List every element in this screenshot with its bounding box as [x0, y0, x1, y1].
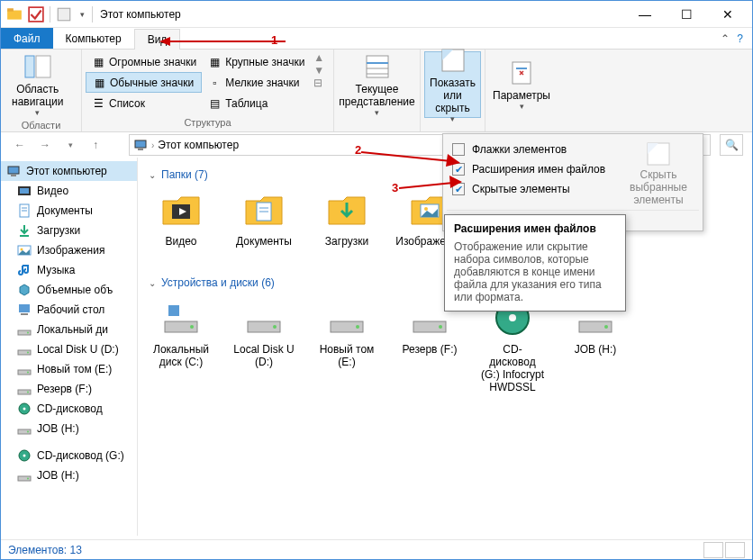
menubar: Файл Компьютер Вид ⌃?: [1, 28, 752, 50]
tab-view[interactable]: Вид: [134, 29, 181, 50]
checkbox-flags[interactable]: [452, 143, 465, 156]
qat-app-icon[interactable]: [5, 5, 24, 24]
tile-label: Резерв (F:): [403, 343, 458, 356]
sidebar-item-label: Новый том (E:): [37, 363, 112, 375]
dd-ext-row[interactable]: ✔ Расширения имен файлов: [447, 159, 618, 179]
layout-huge[interactable]: ▦Огромные значки: [86, 51, 202, 72]
svg-point-60: [439, 325, 442, 329]
svg-rect-19: [20, 188, 29, 194]
params-button[interactable]: Параметры ▾: [489, 51, 554, 118]
video-icon: [17, 184, 32, 198]
drive-icon: [17, 382, 32, 396]
tab-file[interactable]: Файл: [1, 28, 53, 49]
annotation-number-2: 2: [355, 143, 361, 157]
tile-label: Локальный диск (C:): [149, 343, 213, 368]
search-box[interactable]: 🔍: [720, 134, 743, 156]
qat-blank[interactable]: [54, 5, 74, 24]
statusbar: Элементов: 13: [1, 539, 752, 559]
sidebar-item[interactable]: Изображения: [1, 240, 137, 260]
maximize-button[interactable]: ☐: [666, 2, 707, 27]
folder-tile[interactable]: Видео: [149, 188, 213, 260]
sidebar-item-label: Изображения: [37, 244, 104, 257]
drive-tile[interactable]: Local Disk U (D:): [231, 296, 296, 393]
params-icon: [507, 59, 536, 87]
sidebar-item[interactable]: Новый том (E:): [1, 359, 137, 379]
dd-hide-selected[interactable]: Скрыть выбранные элементы: [618, 140, 699, 206]
nav-forward[interactable]: →: [35, 135, 55, 155]
music-icon: [17, 263, 32, 277]
close-button[interactable]: ✕: [707, 2, 748, 27]
view-details-button[interactable]: [703, 542, 723, 558]
svg-rect-4: [25, 56, 34, 77]
nav-pane-button[interactable]: Область навигации ▾: [5, 51, 70, 118]
sidebar-item[interactable]: Этот компьютер: [1, 161, 137, 181]
sidebar-item[interactable]: Резерв (F:): [1, 379, 137, 399]
sidebar-item[interactable]: CD-дисковод: [1, 399, 137, 419]
layout-small[interactable]: ▫Мелкие значки: [202, 72, 310, 93]
sidebar-item-label: Этот компьютер: [26, 165, 107, 177]
search-icon: 🔍: [725, 139, 739, 151]
show-hide-icon: [439, 46, 467, 75]
svg-rect-14: [135, 140, 146, 148]
layout-table[interactable]: ▤Таблица: [202, 93, 310, 113]
svg-rect-3: [58, 8, 70, 21]
chevron-down-icon: ⌄: [149, 170, 156, 180]
drive-tile[interactable]: Локальный диск (C:): [149, 296, 213, 393]
sidebar-item-label: Объемные объ: [37, 284, 113, 296]
layout-list[interactable]: ☰Список: [86, 93, 202, 113]
sidebar-item-label: Резерв (F:): [37, 383, 92, 395]
layout-large[interactable]: ▦Крупные значки: [202, 51, 310, 72]
folder-tile[interactable]: Документы: [231, 188, 296, 260]
svg-rect-26: [19, 304, 30, 312]
drive-icon: [17, 342, 32, 357]
tile-label: Новый том (E:): [314, 343, 379, 368]
nav-recent[interactable]: ▾: [60, 135, 80, 155]
sidebar-item[interactable]: JOB (H:): [1, 419, 137, 438]
dd-flags-row[interactable]: Флажки элементов: [447, 140, 618, 159]
svg-point-58: [356, 325, 359, 329]
layout-scroll-down[interactable]: ▼: [313, 64, 324, 77]
view-mode-buttons: [703, 542, 745, 558]
sidebar-item[interactable]: CD-дисковод (G:): [1, 446, 137, 465]
layout-scroll-up[interactable]: ▲: [313, 51, 324, 64]
svg-point-39: [27, 431, 29, 433]
sidebar-item[interactable]: Документы: [1, 201, 137, 221]
drive-tile[interactable]: Новый том (E:): [314, 296, 379, 393]
tooltip-title: Расширения имен файлов: [454, 222, 616, 235]
checkbox-ext[interactable]: ✔: [452, 163, 465, 176]
layout-more[interactable]: ⊟: [313, 77, 324, 89]
sidebar-item-label: Видео: [37, 185, 68, 197]
window-buttons: — ☐ ✕: [624, 2, 748, 27]
img-icon: [17, 243, 32, 257]
layout-normal[interactable]: ▦Обычные значки: [86, 72, 202, 93]
svg-rect-0: [7, 10, 22, 19]
normal-icon: ▦: [92, 76, 106, 90]
desk-icon: [17, 303, 32, 317]
checkbox-hidden[interactable]: ✔: [452, 183, 465, 195]
view-icons-button[interactable]: [725, 542, 745, 558]
qat-properties[interactable]: [26, 5, 46, 24]
ribbon-collapse[interactable]: ⌃?: [712, 28, 752, 49]
sidebar-item[interactable]: Загрузки: [1, 221, 137, 240]
sidebar-item[interactable]: Рабочий стол: [1, 300, 137, 320]
dd-hidden-row[interactable]: ✔ Скрытые элементы: [447, 179, 618, 199]
sidebar-item[interactable]: Объемные объ: [1, 280, 137, 300]
svg-point-53: [190, 325, 194, 329]
folder-tile[interactable]: Загрузки: [314, 188, 379, 260]
sidebar-item[interactable]: Локальный ди: [1, 320, 137, 339]
nav-back[interactable]: ←: [10, 135, 30, 155]
sidebar-item[interactable]: JOB (H:): [1, 465, 137, 485]
sidebar-item-label: CD-дисковод: [37, 402, 103, 415]
drive-icon: [17, 322, 32, 337]
minimize-button[interactable]: —: [624, 2, 666, 27]
sidebar-item[interactable]: Видео: [1, 181, 137, 201]
sidebar-item[interactable]: Музыка: [1, 260, 137, 280]
tab-computer[interactable]: Компьютер: [53, 28, 134, 49]
drive-icon: [17, 362, 32, 376]
qat-dropdown[interactable]: ▾: [76, 5, 88, 24]
show-hide-button[interactable]: Показать или скрыть ▾: [424, 51, 481, 118]
sidebar-item[interactable]: Local Disk U (D:): [1, 339, 137, 359]
drive-icon: [325, 296, 368, 339]
nav-up[interactable]: ↑: [86, 135, 105, 155]
current-view-button[interactable]: Текущее представление ▾: [338, 51, 416, 118]
